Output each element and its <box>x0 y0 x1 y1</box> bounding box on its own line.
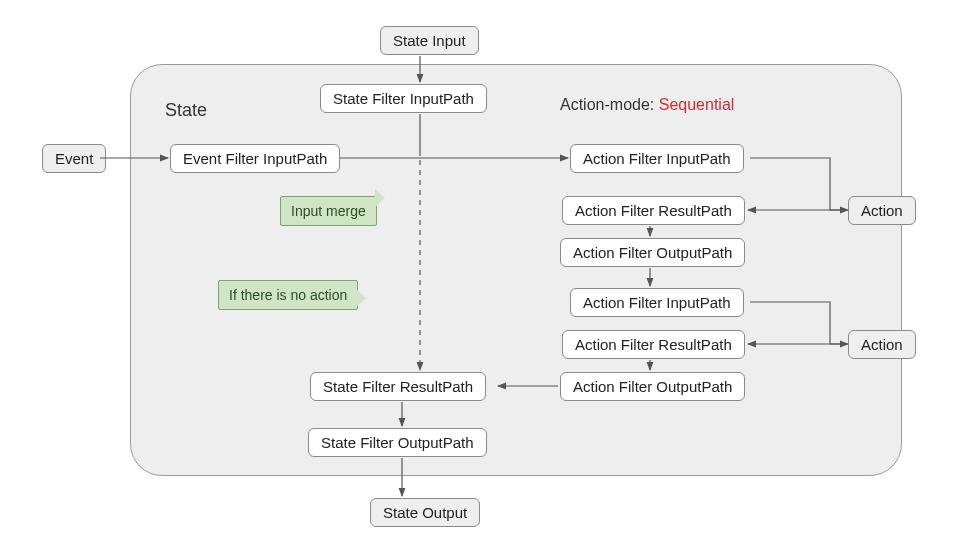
node-state-filter-outputpath: State Filter OutputPath <box>308 428 487 457</box>
node-action-filter-outputpath-2: Action Filter OutputPath <box>560 372 745 401</box>
node-action-2: Action <box>848 330 916 359</box>
node-action-filter-resultpath-1: Action Filter ResultPath <box>562 196 745 225</box>
node-action-filter-inputpath-1: Action Filter InputPath <box>570 144 744 173</box>
callout-input-merge-text: Input merge <box>291 203 366 219</box>
action-mode-value: Sequential <box>659 96 735 113</box>
state-panel-label: State <box>165 100 207 121</box>
node-state-input: State Input <box>380 26 479 55</box>
node-state-filter-resultpath: State Filter ResultPath <box>310 372 486 401</box>
callout-input-merge: Input merge <box>280 196 377 226</box>
state-flow-diagram: State State Input State Filter InputPath… <box>0 0 960 540</box>
node-event-filter-inputpath: Event Filter InputPath <box>170 144 340 173</box>
state-panel <box>130 64 902 476</box>
action-mode-text: Action-mode: <box>560 96 654 113</box>
node-action-filter-inputpath-2: Action Filter InputPath <box>570 288 744 317</box>
node-action-1: Action <box>848 196 916 225</box>
callout-no-action-text: If there is no action <box>229 287 347 303</box>
node-event: Event <box>42 144 106 173</box>
node-action-filter-outputpath-1: Action Filter OutputPath <box>560 238 745 267</box>
action-mode-label: Action-mode: Sequential <box>560 96 734 114</box>
node-state-output: State Output <box>370 498 480 527</box>
callout-no-action: If there is no action <box>218 280 358 310</box>
node-state-filter-inputpath: State Filter InputPath <box>320 84 487 113</box>
node-action-filter-resultpath-2: Action Filter ResultPath <box>562 330 745 359</box>
